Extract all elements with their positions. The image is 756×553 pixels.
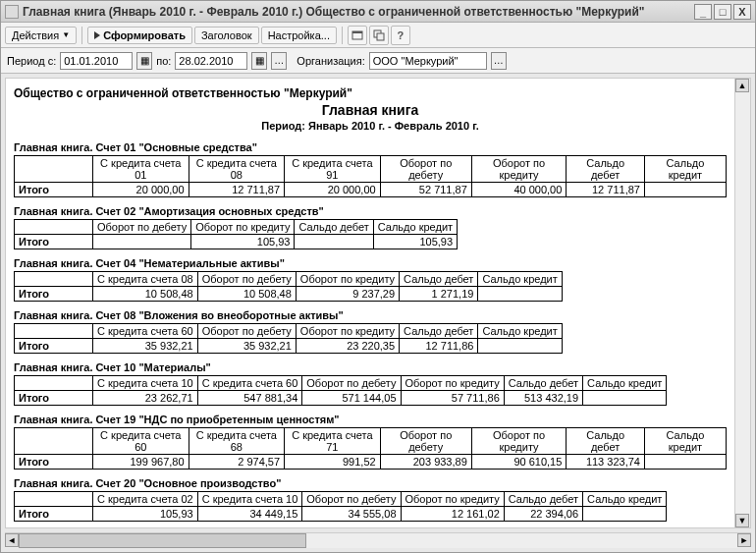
cell-value: 20 000,00 xyxy=(93,183,189,197)
minimize-button[interactable]: _ xyxy=(694,4,712,20)
column-header: Сальдо кредит xyxy=(644,156,726,183)
column-header: Оборот по кредиту xyxy=(296,324,399,339)
toolbar-icon-1[interactable] xyxy=(348,26,367,45)
scroll-track[interactable] xyxy=(19,533,737,548)
section-title: Главная книга. Счет 02 "Амортизация осно… xyxy=(14,205,727,217)
toolbar-icon-2[interactable] xyxy=(369,26,389,45)
close-button[interactable]: X xyxy=(733,4,751,20)
header-button[interactable]: Заголовок xyxy=(194,27,259,44)
column-header: С кредита счета 60 xyxy=(93,428,189,455)
header-blank xyxy=(15,428,93,455)
column-header: Сальдо кредит xyxy=(373,220,457,235)
window-titlebar: Главная книга (Январь 2010 г. - Февраль … xyxy=(1,1,755,23)
column-header: Сальдо кредит xyxy=(583,492,667,507)
cell-value: 23 220,35 xyxy=(296,339,399,354)
scroll-left-button[interactable]: ◄ xyxy=(5,533,19,547)
cell-value xyxy=(295,235,373,249)
vertical-scrollbar[interactable]: ▲ ▼ xyxy=(734,79,750,527)
column-header: Сальдо дебет xyxy=(567,428,645,455)
cell-value: 113 323,74 xyxy=(567,455,645,470)
actions-menu[interactable]: Действия ▼ xyxy=(5,27,77,44)
toolbar: Действия ▼ Сформировать Заголовок Настро… xyxy=(1,23,755,48)
column-header: С кредита счета 68 xyxy=(189,428,285,455)
date-from-picker-button[interactable]: ▦ xyxy=(136,52,152,70)
toolbar-separator xyxy=(81,27,82,44)
date-to-picker-button[interactable]: ▦ xyxy=(251,52,267,70)
help-button[interactable]: ? xyxy=(391,26,410,45)
column-header: С кредита счета 60 xyxy=(93,324,198,339)
cell-value: 12 161,02 xyxy=(401,507,504,522)
org-select-button[interactable]: … xyxy=(491,52,507,70)
scroll-right-button[interactable]: ► xyxy=(737,533,751,547)
column-header: Оборот по дебету xyxy=(93,220,191,235)
cell-value xyxy=(478,287,562,302)
header-blank xyxy=(15,376,93,391)
cell-value: 1 271,19 xyxy=(400,287,478,302)
cell-value: 10 508,48 xyxy=(197,287,296,302)
cell-value: 34 449,15 xyxy=(197,507,302,522)
scroll-thumb[interactable] xyxy=(19,533,306,548)
column-header: С кредита счета 02 xyxy=(93,492,198,507)
horizontal-scrollbar[interactable]: ◄ ► xyxy=(5,532,751,548)
section-title: Главная книга. Счет 20 "Основное произво… xyxy=(14,477,727,489)
cell-value: 513 432,19 xyxy=(504,391,582,406)
cell-value: 57 711,86 xyxy=(401,391,504,406)
cell-value: 571 144,05 xyxy=(302,391,401,406)
ledger-table: С кредита счета 60С кредита счета 68С кр… xyxy=(14,427,727,470)
toolbar-separator xyxy=(342,27,343,44)
play-icon xyxy=(94,31,100,39)
ledger-table: Оборот по дебетуОборот по кредитуСальдо … xyxy=(14,219,458,249)
org-input[interactable] xyxy=(369,52,487,70)
period-from-input[interactable] xyxy=(60,52,133,70)
column-header: Оборот по кредиту xyxy=(296,272,399,287)
cell-value xyxy=(644,183,726,197)
column-header: Оборот по кредиту xyxy=(471,428,567,455)
cell-value: 203 933,89 xyxy=(380,455,471,470)
settings-button[interactable]: Настройка... xyxy=(261,27,337,44)
column-header: Сальдо кредит xyxy=(644,428,726,455)
cell-value xyxy=(583,507,667,522)
svg-rect-1 xyxy=(352,31,362,33)
column-header: Оборот по дебету xyxy=(302,492,401,507)
period-to-label: по: xyxy=(156,55,171,67)
column-header: Сальдо кредит xyxy=(478,272,562,287)
row-label: Итого xyxy=(15,235,93,249)
column-header: Сальдо дебет xyxy=(504,376,582,391)
section-title: Главная книга. Счет 19 "НДС по приобрете… xyxy=(14,414,727,425)
cell-value xyxy=(583,391,667,406)
column-header: Сальдо дебет xyxy=(400,272,478,287)
header-blank xyxy=(15,220,93,235)
column-header: Сальдо дебет xyxy=(504,492,582,507)
row-label: Итого xyxy=(15,339,93,354)
row-label: Итого xyxy=(15,391,93,406)
cell-value: 12 711,87 xyxy=(189,183,285,197)
doc-period: Период: Январь 2010 г. - Февраль 2010 г. xyxy=(14,120,727,132)
cell-value: 991,52 xyxy=(285,455,381,470)
scroll-up-button[interactable]: ▲ xyxy=(735,79,749,92)
cell-value: 40 000,00 xyxy=(471,183,567,197)
column-header: Оборот по дебету xyxy=(197,324,296,339)
column-header: Сальдо дебет xyxy=(295,220,373,235)
cell-value: 547 881,34 xyxy=(197,391,302,406)
period-to-input[interactable] xyxy=(175,52,247,70)
header-blank xyxy=(15,324,93,339)
doc-org: Общество с ограниченной ответственностью… xyxy=(14,86,727,100)
maximize-button[interactable]: □ xyxy=(714,4,731,20)
cell-value: 105,93 xyxy=(191,235,295,249)
cell-value: 35 932,21 xyxy=(197,339,296,354)
row-label: Итого xyxy=(15,183,93,197)
column-header: Сальдо кредит xyxy=(583,376,667,391)
header-blank xyxy=(15,492,93,507)
period-select-button[interactable]: … xyxy=(271,52,287,70)
column-header: Оборот по дебету xyxy=(197,272,296,287)
cell-value: 105,93 xyxy=(93,507,198,522)
cell-value: 199 967,80 xyxy=(93,455,189,470)
column-header: С кредита счета 10 xyxy=(93,376,198,391)
generate-button[interactable]: Сформировать xyxy=(87,27,192,44)
cell-value: 20 000,00 xyxy=(285,183,381,197)
scroll-down-button[interactable]: ▼ xyxy=(735,514,749,527)
column-header: Оборот по кредиту xyxy=(401,376,504,391)
column-header: Оборот по кредиту xyxy=(401,492,504,507)
cell-value: 34 555,08 xyxy=(302,507,401,522)
cell-value: 2 974,57 xyxy=(189,455,285,470)
